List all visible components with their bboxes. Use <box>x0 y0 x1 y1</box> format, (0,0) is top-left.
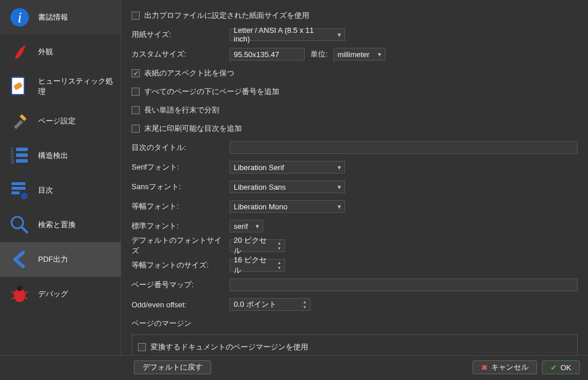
input-custom-size[interactable]: 95.50x135.47 <box>230 48 305 61</box>
label-use-doc-margin: 変換するドキュメントのページマージンを使用 <box>151 342 308 352</box>
checkbox-add-printable-toc[interactable] <box>132 125 140 133</box>
label-default-font-size: デフォルトのフォントサイズ <box>132 235 224 256</box>
input-page-number-map[interactable] <box>230 279 578 291</box>
sidebar-item-label: ヒューリスティック処理 <box>38 76 114 97</box>
svg-rect-12 <box>12 191 20 194</box>
svg-line-21 <box>24 298 28 299</box>
sidebar-item-page-setup[interactable]: ページ設定 <box>0 104 121 138</box>
label-page-number-map: ページ番号マップ: <box>132 280 224 290</box>
close-icon: ✖ <box>481 363 488 372</box>
spinner-buttons[interactable]: ▲▼ <box>301 299 309 310</box>
label-toc-title: 目次のタイトル: <box>132 142 224 153</box>
label-odd-even-offset: Odd/even offset: <box>132 300 224 309</box>
sidebar-item-label: デバッグ <box>38 289 68 299</box>
sidebar-item-label: PDF出力 <box>38 254 68 265</box>
label-split-long-words: 長い単語を行末で分割 <box>144 105 219 115</box>
content-panel: 出力プロファイルに設定された紙面サイズを使用 用紙サイズ: Letter / A… <box>121 0 588 355</box>
sidebar-item-heuristic[interactable]: ヒューリスティック処理 <box>0 69 121 104</box>
svg-point-13 <box>21 193 28 200</box>
spinner-buttons[interactable]: ▲▼ <box>275 240 283 251</box>
bandage-icon <box>8 75 31 98</box>
svg-point-17 <box>17 285 23 291</box>
chevron-down-icon: ▼ <box>377 51 383 58</box>
label-std-font: 標準フォント: <box>132 221 224 231</box>
spinner-buttons[interactable]: ▲▼ <box>275 259 283 271</box>
svg-rect-7 <box>16 153 28 157</box>
margin-group: 変換するドキュメントのページマージンを使用 <box>132 334 578 355</box>
svg-point-14 <box>12 217 23 228</box>
input-toc-title[interactable] <box>230 141 578 154</box>
checkbox-split-long-words[interactable] <box>132 106 140 114</box>
sidebar-item-look-feel[interactable]: 外観 <box>0 35 121 69</box>
svg-rect-10 <box>12 182 25 185</box>
checkbox-use-profile-paper-size[interactable] <box>132 12 140 20</box>
svg-rect-5 <box>16 148 28 151</box>
label-sans-font: Sansフォント: <box>132 182 224 192</box>
svg-rect-9 <box>16 159 28 163</box>
sidebar-item-label: 検索と置換 <box>38 220 76 230</box>
restore-defaults-button[interactable]: デフォルトに戻す <box>134 360 211 374</box>
chevron-down-icon: ▼ <box>336 164 342 171</box>
sidebar-item-metadata[interactable]: i 書誌情報 <box>0 0 121 35</box>
label-mono-font-size: 等幅フォントのサイズ: <box>132 260 224 270</box>
label-margin-section: ページのマージン <box>132 318 578 329</box>
label-use-profile-paper-size: 出力プロファイルに設定された紙面サイズを使用 <box>144 10 309 21</box>
label-unit: 単位: <box>310 49 328 59</box>
spinner-default-font-size[interactable]: 20 ピクセル ▲▼ <box>230 239 285 252</box>
checkbox-preserve-aspect[interactable] <box>132 69 140 77</box>
sidebar-item-label: 外観 <box>38 47 53 57</box>
label-paper-size: 用紙サイズ: <box>132 29 224 40</box>
select-unit[interactable]: millimeter ▼ <box>334 48 385 61</box>
svg-text:i: i <box>17 9 21 26</box>
label-mono-font: 等幅フォント: <box>132 201 224 212</box>
sidebar-item-label: 書誌情報 <box>38 12 68 22</box>
svg-rect-11 <box>12 187 25 190</box>
select-sans-font[interactable]: Liberation Sans ▼ <box>230 180 345 193</box>
select-mono-font[interactable]: Liberation Mono ▼ <box>230 200 345 213</box>
chevron-left-icon <box>8 248 31 271</box>
magnifier-icon <box>8 213 31 236</box>
svg-line-20 <box>12 298 15 299</box>
label-preserve-aspect: 表紙のアスペクト比を保つ <box>144 68 234 78</box>
chevron-down-icon: ▼ <box>336 184 342 190</box>
sidebar-item-label: 構造検出 <box>38 151 68 161</box>
check-icon: ✔ <box>550 363 557 372</box>
toc-hand-icon <box>8 179 31 202</box>
sidebar: i 書誌情報 外観 ヒューリスティック処理 ページ設定 123 <box>0 0 121 355</box>
chevron-down-icon: ▼ <box>336 204 342 210</box>
label-add-printable-toc: 末尾に印刷可能な目次を追加 <box>144 123 242 134</box>
chevron-down-icon: ▼ <box>254 223 260 229</box>
bug-icon <box>8 283 31 306</box>
select-serif-font[interactable]: Liberation Serif ▼ <box>230 161 345 174</box>
list-numbered-icon: 123 <box>8 144 31 167</box>
cancel-button[interactable]: ✖ キャンセル <box>473 360 537 374</box>
tools-icon <box>8 110 31 133</box>
ok-button[interactable]: ✔ OK <box>542 360 580 374</box>
select-std-font[interactable]: serif ▼ <box>230 220 263 232</box>
spinner-mono-font-size[interactable]: 16 ピクセル ▲▼ <box>230 259 285 272</box>
spinner-odd-even-offset[interactable]: 0.0 ポイント ▲▼ <box>230 298 310 311</box>
sidebar-item-search-replace[interactable]: 検索と置換 <box>0 208 121 242</box>
svg-text:3: 3 <box>10 158 14 165</box>
label-serif-font: Serifフォント: <box>132 162 224 172</box>
checkbox-add-page-numbers[interactable] <box>132 88 140 96</box>
svg-line-15 <box>22 227 28 233</box>
brush-icon <box>8 40 31 63</box>
chevron-down-icon: ▼ <box>336 32 342 38</box>
footer: デフォルトに戻す ✖ キャンセル ✔ OK <box>0 355 588 380</box>
label-add-page-numbers: すべてのページの下にページ番号を追加 <box>144 86 279 97</box>
sidebar-item-debug[interactable]: デバッグ <box>0 277 121 311</box>
info-icon: i <box>8 6 31 29</box>
sidebar-item-structure[interactable]: 123 構造検出 <box>0 138 121 173</box>
sidebar-item-toc[interactable]: 目次 <box>0 173 121 208</box>
sidebar-item-label: 目次 <box>38 185 53 195</box>
checkbox-use-doc-margin[interactable] <box>138 343 146 351</box>
select-paper-size[interactable]: Letter / ANSI A (8.5 x 11 inch) ▼ <box>230 28 345 41</box>
label-custom-size: カスタムサイズ: <box>132 49 224 59</box>
sidebar-item-label: ページ設定 <box>38 116 76 126</box>
sidebar-item-pdf-output[interactable]: PDF出力 <box>0 242 121 277</box>
